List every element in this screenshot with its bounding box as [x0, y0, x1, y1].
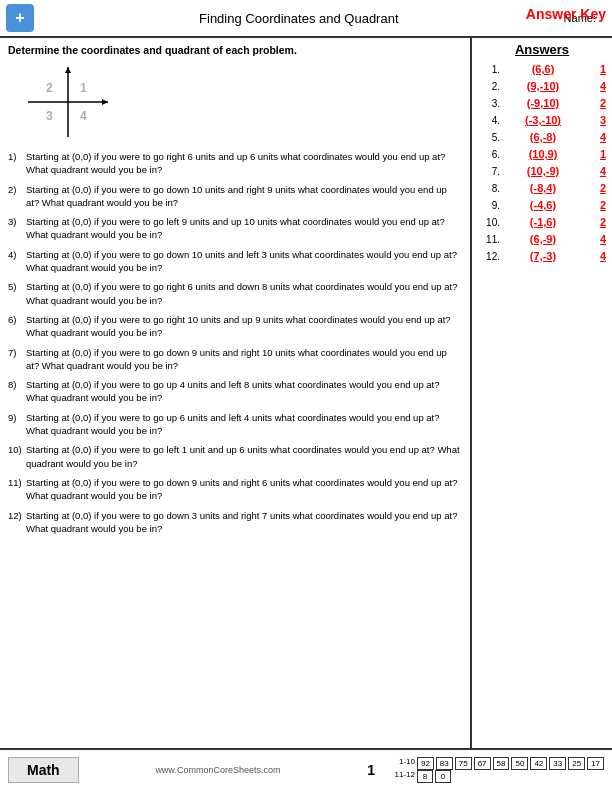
stat-33: 33: [549, 757, 566, 770]
stats-row-2: 11-12 8 0: [385, 770, 604, 783]
ans7-num: 7.: [478, 166, 500, 177]
answer-row-3: 3. (-9,10) 2: [478, 97, 606, 109]
answer-row-7: 7. (10,-9) 4: [478, 165, 606, 177]
ans4-num: 4.: [478, 115, 500, 126]
ans3-num: 3.: [478, 98, 500, 109]
svg-marker-3: [65, 67, 71, 73]
stats-label-11-12: 11-12: [385, 770, 415, 783]
q7-text: Starting at (0,0) if you were to go down…: [26, 346, 462, 373]
svg-marker-2: [102, 99, 108, 105]
questions-list: 1) Starting at (0,0) if you were to go r…: [8, 150, 462, 535]
answer-row-12: 12. (7,-3) 4: [478, 250, 606, 262]
q3-num: 3): [8, 215, 26, 242]
question-3: 3) Starting at (0,0) if you were to go l…: [8, 215, 462, 242]
ans10-num: 10.: [478, 217, 500, 228]
svg-text:1: 1: [80, 81, 87, 95]
ans9-num: 9.: [478, 200, 500, 211]
stat-42: 42: [530, 757, 547, 770]
left-panel: Determine the coordinates and quadrant o…: [0, 38, 472, 748]
q7-num: 7): [8, 346, 26, 373]
main-content: Determine the coordinates and quadrant o…: [0, 38, 612, 748]
ans9-quad: 2: [586, 199, 606, 211]
ans1-num: 1.: [478, 64, 500, 75]
question-2: 2) Starting at (0,0) if you were to go d…: [8, 183, 462, 210]
ans8-num: 8.: [478, 183, 500, 194]
q1-num: 1): [8, 150, 26, 177]
ans7-quad: 4: [586, 165, 606, 177]
answer-row-9: 9. (-4,6) 2: [478, 199, 606, 211]
ans2-coord: (9,-10): [500, 80, 586, 92]
ans11-quad: 4: [586, 233, 606, 245]
stat-0: 0: [435, 770, 451, 783]
q6-text: Starting at (0,0) if you were to go righ…: [26, 313, 462, 340]
q4-num: 4): [8, 248, 26, 275]
question-11: 11) Starting at (0,0) if you were to go …: [8, 476, 462, 503]
q12-num: 12): [8, 509, 26, 536]
ans1-coord: (6,6): [500, 63, 586, 75]
right-panel: Answers 1. (6,6) 1 2. (9,-10) 4 3. (-9,1…: [472, 38, 612, 748]
q9-text: Starting at (0,0) if you were to go up 6…: [26, 411, 462, 438]
stat-67: 67: [474, 757, 491, 770]
answer-row-1: 1. (6,6) 1: [478, 63, 606, 75]
header: + Finding Coordinates and Quadrant Name:…: [0, 0, 612, 38]
answers-list: 1. (6,6) 1 2. (9,-10) 4 3. (-9,10) 2 4. …: [478, 63, 606, 262]
page-number: 1: [367, 762, 375, 778]
ans3-quad: 2: [586, 97, 606, 109]
ans8-quad: 2: [586, 182, 606, 194]
ans4-quad: 3: [586, 114, 606, 126]
question-1: 1) Starting at (0,0) if you were to go r…: [8, 150, 462, 177]
ans5-coord: (6,-8): [500, 131, 586, 143]
stat-25: 25: [568, 757, 585, 770]
footer-url: www.CommonCoreSheets.com: [79, 765, 357, 775]
q2-text: Starting at (0,0) if you were to go down…: [26, 183, 462, 210]
svg-text:2: 2: [46, 81, 53, 95]
ans12-coord: (7,-3): [500, 250, 586, 262]
question-9: 9) Starting at (0,0) if you were to go u…: [8, 411, 462, 438]
answer-row-5: 5. (6,-8) 4: [478, 131, 606, 143]
ans4-coord: (-3,-10): [500, 114, 586, 126]
ans10-coord: (-1,6): [500, 216, 586, 228]
question-8: 8) Starting at (0,0) if you were to go u…: [8, 378, 462, 405]
answer-row-6: 6. (10,9) 1: [478, 148, 606, 160]
footer-stats: 1-10 92 83 75 67 58 50 42 33 25 17 11-12…: [385, 757, 604, 783]
stat-8: 8: [417, 770, 433, 783]
svg-text:4: 4: [80, 109, 87, 123]
ans5-num: 5.: [478, 132, 500, 143]
q10-text: Starting at (0,0) if you were to go left…: [26, 443, 462, 470]
stats-row-1: 1-10 92 83 75 67 58 50 42 33 25 17: [385, 757, 604, 770]
stat-50: 50: [511, 757, 528, 770]
question-4: 4) Starting at (0,0) if you were to go d…: [8, 248, 462, 275]
question-12: 12) Starting at (0,0) if you were to go …: [8, 509, 462, 536]
answer-row-11: 11. (6,-9) 4: [478, 233, 606, 245]
coordinate-plane: 2 1 3 4: [18, 62, 118, 142]
logo-icon: +: [6, 4, 34, 32]
page-title: Finding Coordinates and Quadrant: [34, 11, 564, 26]
ans10-quad: 2: [586, 216, 606, 228]
ans12-num: 12.: [478, 251, 500, 262]
ans2-num: 2.: [478, 81, 500, 92]
q5-text: Starting at (0,0) if you were to go righ…: [26, 280, 462, 307]
q3-text: Starting at (0,0) if you were to go left…: [26, 215, 462, 242]
q11-num: 11): [8, 476, 26, 503]
q12-text: Starting at (0,0) if you were to go down…: [26, 509, 462, 536]
ans2-quad: 4: [586, 80, 606, 92]
ans9-coord: (-4,6): [500, 199, 586, 211]
q10-num: 10): [8, 443, 26, 470]
q4-text: Starting at (0,0) if you were to go down…: [26, 248, 462, 275]
footer: Math www.CommonCoreSheets.com 1 1-10 92 …: [0, 748, 612, 790]
question-10: 10) Starting at (0,0) if you were to go …: [8, 443, 462, 470]
ans12-quad: 4: [586, 250, 606, 262]
q5-num: 5): [8, 280, 26, 307]
q2-num: 2): [8, 183, 26, 210]
ans11-coord: (6,-9): [500, 233, 586, 245]
ans7-coord: (10,-9): [500, 165, 586, 177]
question-5: 5) Starting at (0,0) if you were to go r…: [8, 280, 462, 307]
answer-row-10: 10. (-1,6) 2: [478, 216, 606, 228]
question-7: 7) Starting at (0,0) if you were to go d…: [8, 346, 462, 373]
math-label: Math: [8, 757, 79, 783]
q1-text: Starting at (0,0) if you were to go righ…: [26, 150, 462, 177]
stat-58: 58: [493, 757, 510, 770]
ans6-num: 6.: [478, 149, 500, 160]
q8-text: Starting at (0,0) if you were to go up 4…: [26, 378, 462, 405]
stat-92: 92: [417, 757, 434, 770]
